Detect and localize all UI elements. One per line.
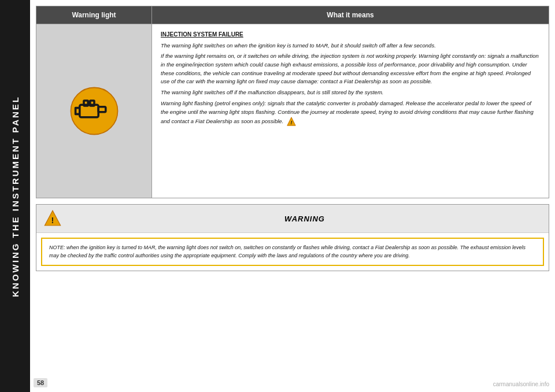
section-title: INJECTION SYSTEM FAILURE <box>161 30 540 39</box>
warning-body: NOTE: when the ignition key is turned to… <box>41 238 544 266</box>
page-number: 58 <box>34 378 47 387</box>
warning-title: WARNING <box>68 215 542 223</box>
warning-header: ! WARNING <box>36 205 549 233</box>
table-header: Warning light What it means <box>36 6 549 24</box>
warning-light-icon-cell <box>36 24 152 198</box>
svg-text:!: ! <box>51 216 54 225</box>
info-table: Warning light What it means <box>36 6 549 198</box>
header-what-it-means: What it means <box>152 6 549 24</box>
inline-warning-icon: ! <box>286 116 297 127</box>
table-body: INJECTION SYSTEM FAILURE The warning lig… <box>36 24 549 198</box>
paragraph-1: The warning light switches on when the i… <box>161 42 540 50</box>
paragraph-2: If the warning light remains on, or it s… <box>161 52 540 86</box>
watermark: carmanualsonline.info <box>493 381 549 387</box>
engine-warning-icon <box>68 85 120 137</box>
sidebar: KNOWING THE INSTRUMENT PANEL <box>0 0 30 392</box>
svg-point-0 <box>71 88 117 135</box>
paragraph-3: The warning light switches off if the ma… <box>161 88 540 97</box>
header-warning-light: Warning light <box>36 6 152 24</box>
description-cell: INJECTION SYSTEM FAILURE The warning lig… <box>152 24 549 198</box>
sidebar-label: KNOWING THE INSTRUMENT PANEL <box>10 95 20 297</box>
warning-text: NOTE: when the ignition key is turned to… <box>49 245 526 258</box>
warning-section: ! WARNING NOTE: when the ignition key is… <box>36 204 549 271</box>
main-content: Warning light What it means <box>30 0 555 392</box>
svg-text:!: ! <box>290 120 292 126</box>
paragraph-4: Warning light flashing (petrol engines o… <box>161 99 540 127</box>
warning-triangle-icon: ! <box>43 209 62 228</box>
